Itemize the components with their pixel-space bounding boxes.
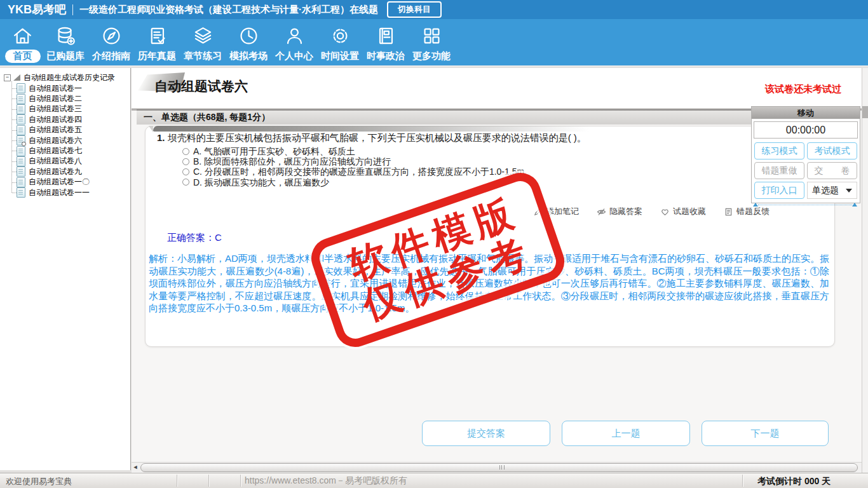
panel-drag-handle[interactable]: 移动: [752, 107, 860, 119]
home-icon: [11, 25, 34, 47]
tree-item-paper-6-selected[interactable]: 自动组题试卷六: [8, 135, 130, 146]
tree-item-paper-5[interactable]: 自动组题试卷五: [8, 125, 130, 135]
option-radio[interactable]: [182, 168, 189, 175]
title-bar: YKB易考吧 一级造价工程师职业资格考试（建设工程技术与计量·水利工程）在线题 …: [0, 0, 868, 19]
correct-answer: 正确答案：C: [167, 232, 222, 244]
toolbar-item-past-papers[interactable]: 历年真题: [134, 19, 180, 63]
toolbar-label: 模拟考场: [226, 50, 271, 63]
option-radio[interactable]: [182, 158, 189, 165]
question-block: 1. 坝壳料的主要压实机械包括振动平碾和气胎碾，下列关于压实机械以及碾压要求的说…: [157, 132, 809, 187]
action-label: 添加笔记: [546, 206, 579, 217]
toolbar-label: 时事政治: [363, 50, 409, 63]
feedback-doc-icon: [724, 207, 733, 217]
history-sidebar: − 自动组题生成试卷历史记录 自动组题试卷一 自动组题试卷二 自动组题试卷三 自…: [0, 68, 131, 470]
tree-item-paper-2[interactable]: 自动组题试卷二: [8, 93, 130, 104]
panel-button-grid: 练习模式 考试模式 错题重做 交 卷 打印入口 单选题: [752, 139, 860, 203]
redo-wrong-button[interactable]: 错题重做: [754, 162, 804, 179]
toolbar-item-mock-exam[interactable]: 模拟考场: [226, 19, 271, 63]
exam-mode-button[interactable]: 考试模式: [807, 142, 857, 159]
toolbar-item-more[interactable]: 更多功能: [409, 19, 454, 63]
toolbar-item-guide[interactable]: 介绍指南: [88, 19, 134, 63]
tree-item-paper-8[interactable]: 自动组题试卷八: [8, 156, 130, 166]
question-text-line: 1. 坝壳料的主要压实机械包括振动平碾和气胎碾，下列关于压实机械以及碾压要求的说…: [157, 132, 809, 144]
tree-item-label: 自动组题试卷一〇: [29, 177, 90, 187]
action-label: 隐藏答案: [609, 206, 642, 217]
collapse-icon[interactable]: −: [4, 74, 11, 81]
toolbar-item-chapter-practice[interactable]: 章节练习: [180, 19, 226, 63]
status-bar: 欢迎使用易考宝典 https://www.etest8.com－易考吧版权所有 …: [0, 473, 868, 488]
toolbar-item-current-affairs[interactable]: 时事政治: [363, 19, 409, 63]
previous-question-button[interactable]: 上一题: [562, 421, 690, 446]
exam-papers-icon: [146, 25, 168, 47]
question-card: 1. 坝壳料的主要压实机械包括振动平碾和气胎碾，下列关于压实机械以及碾压要求的说…: [145, 126, 835, 347]
tree-item-label: 自动组题试卷六: [29, 135, 82, 146]
toolbar-item-question-bank[interactable]: 已购题库: [43, 19, 88, 63]
user-icon: [283, 25, 306, 47]
tree-item-paper-3[interactable]: 自动组题试卷三: [8, 104, 130, 114]
switch-subject-button[interactable]: 切换科目: [387, 1, 442, 18]
tree-root-node[interactable]: − 自动组题生成试卷历史记录: [4, 72, 130, 83]
hide-answer-link[interactable]: 隐藏答案: [597, 206, 642, 217]
tree-item-paper-4[interactable]: 自动组题试卷四: [8, 114, 130, 125]
section-header: 一、单选题（共68题, 每题1分）: [137, 109, 857, 125]
option-label: D. 振动碾压实功能大，碾压遍数少: [193, 176, 329, 189]
triangle-up-icon: [753, 203, 758, 207]
question-number: 1.: [157, 132, 165, 143]
tree-item-paper-11[interactable]: 自动组题试卷一一: [8, 187, 130, 198]
toolbar-label: 首页: [5, 50, 41, 63]
copyright-text: https://www.etest8.com－易考吧版权所有: [245, 475, 407, 487]
chevron-down-icon: [846, 189, 852, 193]
paper-icon: [17, 83, 25, 93]
tree-item-paper-7[interactable]: 自动组题试卷七: [8, 146, 130, 156]
action-label: 试题收藏: [673, 206, 706, 217]
eye-off-icon: [597, 207, 606, 217]
option-radio[interactable]: [182, 179, 189, 186]
template-watermark-stamp: 软件模版 仅供参考: [306, 167, 569, 352]
vertical-scrollbar[interactable]: [862, 68, 868, 473]
option-radio[interactable]: [182, 148, 189, 155]
tree-item-paper-1[interactable]: 自动组题试卷一: [8, 83, 130, 93]
heart-icon: [660, 207, 670, 217]
submit-paper-button[interactable]: 交 卷: [807, 162, 857, 179]
exam-title: 一级造价工程师职业资格考试（建设工程技术与计量·水利工程）在线题: [79, 4, 378, 16]
section-header-label: 一、单选题（共68题, 每题1分）: [144, 112, 270, 123]
exam-control-panel: 移动 00:00:00 练习模式 考试模式 错题重做 交 卷 打印入口 单选题: [751, 106, 860, 203]
scroll-left-arrow[interactable]: ◄: [132, 463, 139, 471]
print-entry-button[interactable]: 打印入口: [754, 182, 804, 199]
horizontal-scrollbar-thumb[interactable]: [140, 463, 858, 472]
question-actions: 添加笔记 隐藏答案 试题收藏 错题反馈: [533, 206, 770, 217]
toolbar-item-time-settings[interactable]: 时间设置: [317, 19, 363, 63]
divider: [72, 4, 73, 15]
paper-icon: [17, 146, 25, 156]
question-type-select[interactable]: 单选题: [807, 182, 857, 199]
tree-item-label: 自动组题试卷七: [29, 146, 82, 156]
statusbar-divider: [177, 475, 177, 487]
toolbar-item-profile[interactable]: 个人中心: [271, 19, 317, 63]
tree-item-paper-9[interactable]: 自动组题试卷九: [8, 166, 130, 177]
toolbar-label: 章节练习: [180, 50, 226, 63]
paper-title-section: 自动组题试卷六 该试卷还未考试过: [132, 68, 862, 109]
elapsed-timer: 00:00:00: [754, 121, 858, 139]
vertical-scrollbar-thumb[interactable]: [862, 106, 868, 118]
tree-item-paper-10[interactable]: 自动组题试卷一〇: [8, 177, 130, 187]
app-logo: YKB易考吧: [0, 2, 72, 17]
practice-mode-button[interactable]: 练习模式: [754, 142, 804, 159]
tree-item-label: 自动组题试卷三: [29, 104, 82, 114]
scrollbar-grip: [499, 465, 505, 470]
paper-icon: [17, 166, 25, 177]
submit-answer-button[interactable]: 提交答案: [422, 421, 550, 446]
paper-icon: [17, 156, 25, 166]
panel-collapse-divider[interactable]: [753, 203, 857, 208]
paper-icon: [17, 114, 25, 125]
next-question-button[interactable]: 下一题: [702, 421, 829, 446]
tree-item-label: 自动组题试卷一一: [29, 187, 90, 198]
horizontal-scrollbar[interactable]: ◄ ►: [132, 462, 868, 472]
favorite-question-link[interactable]: 试题收藏: [660, 206, 706, 217]
tree-item-label: 自动组题试卷八: [29, 156, 82, 166]
question-text: 坝壳料的主要压实机械包括振动平碾和气胎碾，下列关于压实机械以及碾压要求的说法错误…: [168, 132, 587, 143]
toolbar-item-home[interactable]: 首页: [3, 19, 43, 63]
question-type-value: 单选题: [812, 185, 839, 196]
toolbar-label: 已购题库: [43, 50, 88, 63]
compass-icon: [100, 25, 123, 47]
news-icon: [375, 25, 397, 47]
